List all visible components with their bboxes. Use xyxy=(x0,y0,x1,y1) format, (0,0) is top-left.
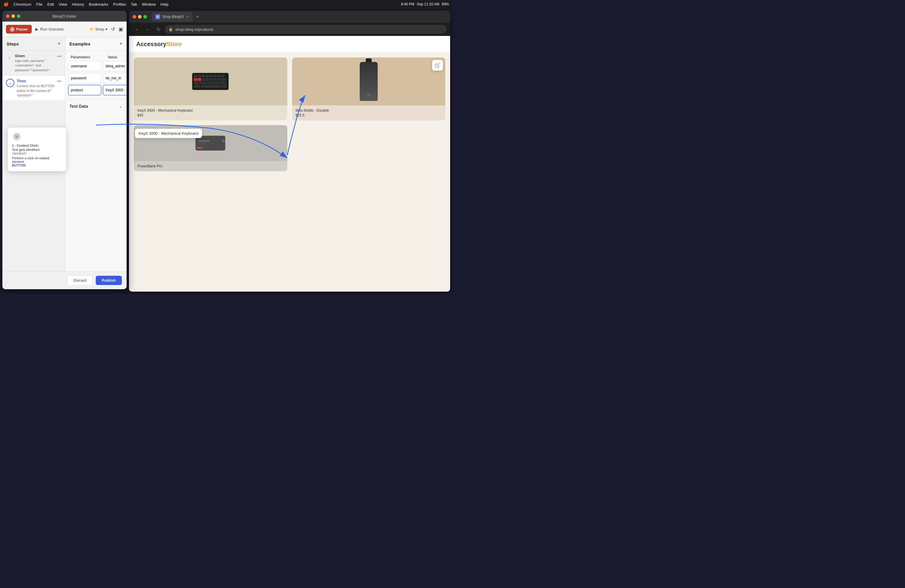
context-popup: 1 - Context Click: Text gets identified:… xyxy=(8,127,65,171)
browser-minimize-button[interactable] xyxy=(138,15,141,19)
menu-edit[interactable]: Edit xyxy=(47,2,54,6)
minimize-window-button[interactable] xyxy=(11,14,15,18)
svg-rect-17 xyxy=(213,78,217,81)
given-step[interactable]: › Given login with username "<username>"… xyxy=(2,51,65,76)
svg-rect-9 xyxy=(213,75,217,78)
forward-button[interactable]: › xyxy=(143,25,152,33)
url-bar[interactable]: 🔒 shop-blinq.io/products xyxy=(165,25,446,34)
menu-help[interactable]: Help xyxy=(160,2,168,6)
param-val-username[interactable] xyxy=(103,61,127,71)
browser-window: B Shop BlinqIO ✕ + ‹ › ↻ 🔒 shop-blinq.io… xyxy=(129,11,450,292)
shop-selector[interactable]: 📁 Shop ▾ xyxy=(89,27,108,32)
time-display: 8:40 PM xyxy=(401,2,414,6)
svg-rect-15 xyxy=(206,78,209,81)
params-table: Parameters Value 🗑 🗑 xyxy=(65,51,127,99)
shop-content: AccessoryStore xyxy=(129,36,450,292)
cart-icon-overlay[interactable]: 🛒 xyxy=(432,60,443,71)
menu-file[interactable]: File xyxy=(36,2,43,6)
discard-button[interactable]: Discard xyxy=(67,275,93,285)
keyboard-product-name: KeyX 3000 - Mechanical Keyboard xyxy=(137,108,284,113)
steps-title: Steps xyxy=(6,41,19,46)
menu-window[interactable]: Window xyxy=(142,2,156,6)
then-content: Then Context click on BUTTON button in t… xyxy=(17,79,54,98)
param-val-password[interactable] xyxy=(103,73,127,83)
svg-point-1 xyxy=(16,136,17,137)
then-step[interactable]: ⌄ Then Context click on BUTTON button in… xyxy=(2,76,65,101)
svg-rect-23 xyxy=(207,81,210,84)
browser-close-button[interactable] xyxy=(133,15,136,19)
bottle-body: M xyxy=(360,62,378,101)
maximize-window-button[interactable] xyxy=(17,14,21,18)
bottle-visual: M xyxy=(360,62,378,101)
pause-button[interactable]: Pause xyxy=(6,25,32,33)
param-key-product[interactable] xyxy=(68,85,101,95)
svg-rect-5 xyxy=(198,75,201,78)
browser-maximize-button[interactable] xyxy=(143,15,147,19)
svg-rect-6 xyxy=(202,75,205,78)
keyboard-image-area xyxy=(134,57,287,105)
play-icon: ▶ xyxy=(35,27,38,32)
security-icon: 🔒 xyxy=(168,27,173,32)
editor-title: BlinqIO Editor xyxy=(52,14,76,19)
refresh-button[interactable]: ↺ xyxy=(111,26,115,32)
add-step-button[interactable]: + xyxy=(57,41,61,47)
editor-window: BlinqIO Editor Pause ▶ Run Scenario 📁 Sh… xyxy=(2,11,127,289)
param-key-username[interactable] xyxy=(68,61,101,71)
reload-button[interactable]: ↻ xyxy=(154,25,162,33)
menu-bookmarks[interactable]: Bookmarks xyxy=(89,2,108,6)
bottle-product-name: Mizu Bottle - Durable xyxy=(296,108,442,113)
tab-title: Shop BlinqIO xyxy=(162,15,184,19)
shop-brand: AccessoryStore xyxy=(136,41,182,47)
svg-rect-32 xyxy=(222,140,225,143)
layout-button[interactable]: ▣ xyxy=(119,26,123,32)
svg-rect-18 xyxy=(217,78,221,81)
close-window-button[interactable] xyxy=(6,14,10,18)
product-card-bottle[interactable]: 🛒 M Mizu Bottle - Durable xyxy=(292,57,446,120)
steps-panel-header: Steps + xyxy=(2,37,65,51)
keyboard-image xyxy=(191,70,230,94)
bottle-product-price: $15.5 xyxy=(296,113,442,118)
svg-rect-19 xyxy=(221,78,227,81)
then-menu[interactable]: ••• xyxy=(57,79,61,84)
param-val-product[interactable] xyxy=(103,85,127,95)
svg-rect-16 xyxy=(210,78,213,81)
brand-store: Store xyxy=(167,41,182,47)
svg-rect-28 xyxy=(201,85,220,88)
publish-button[interactable]: Publish xyxy=(96,276,122,285)
params-header-row: Parameters Value xyxy=(68,53,124,61)
menu-tab[interactable]: Tab xyxy=(131,2,137,6)
run-scenario-button[interactable]: ▶ Run Scenario xyxy=(35,27,64,32)
given-content: Given login with username "<username>" a… xyxy=(15,54,54,72)
brand-accessory: Accessory xyxy=(136,41,167,47)
browser-navbar: ‹ › ↻ 🔒 shop-blinq.io/products xyxy=(129,23,450,36)
browser-tab-shop[interactable]: B Shop BlinqIO ✕ xyxy=(152,12,192,22)
params-col-value: Value xyxy=(108,55,121,59)
new-tab-button[interactable]: + xyxy=(195,14,200,20)
bottle-product-info: Mizu Bottle - Durable $15.5 xyxy=(292,105,446,120)
menu-profiles[interactable]: Profiles xyxy=(113,2,126,6)
browser-titlebar: B Shop BlinqIO ✕ + xyxy=(129,11,450,23)
test-data-header[interactable]: Test Data ⌄ xyxy=(70,103,122,109)
menu-view[interactable]: View xyxy=(59,2,67,6)
examples-header: Examples + xyxy=(65,37,127,51)
given-menu[interactable]: ••• xyxy=(57,54,61,59)
editor-content: Steps + › Given login with username "<us… xyxy=(2,37,127,271)
tab-close-button[interactable]: ✕ xyxy=(186,15,189,19)
product-card-keyboard[interactable]: KeyX 3000 - Mechanical Keyboard $45 xyxy=(134,57,287,120)
menu-chromium[interactable]: Chromium xyxy=(13,2,32,6)
menu-history[interactable]: History xyxy=(72,2,84,6)
svg-rect-24 xyxy=(211,81,214,84)
apple-menu[interactable]: 🍎 xyxy=(3,2,9,6)
main-area: BlinqIO Editor Pause ▶ Run Scenario 📁 Sh… xyxy=(0,8,452,294)
url-text: shop-blinq.io/products xyxy=(175,27,213,32)
svg-rect-10 xyxy=(217,75,221,78)
steps-panel: Steps + › Given login with username "<us… xyxy=(2,37,65,271)
powerbank-product-info: PowerBank Pro xyxy=(134,161,287,171)
keyboard-product-info: KeyX 3000 - Mechanical Keyboard $45 xyxy=(134,105,287,120)
params-col-params: Parameters xyxy=(71,55,106,59)
back-button[interactable]: ‹ xyxy=(133,25,141,33)
given-chevron[interactable]: › xyxy=(6,54,13,61)
add-example-button[interactable]: + xyxy=(119,41,122,47)
powerbank-product-name: PowerBank Pro xyxy=(137,164,284,168)
param-key-password[interactable] xyxy=(68,73,101,83)
